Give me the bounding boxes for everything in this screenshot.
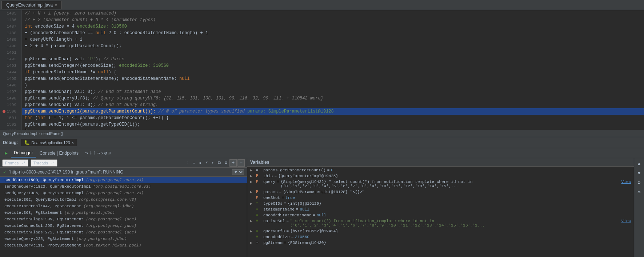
frame-item[interactable]: executeQuery:225, PgStatement (org.postg… — [0, 236, 247, 242]
var-type-icon: P — [256, 180, 262, 184]
var-view-link[interactable]: View — [621, 219, 631, 223]
copy-icon[interactable]: ⧉ — [216, 160, 223, 166]
var-value: {SimpleQuery@19422} " select count(*) fr… — [281, 180, 620, 188]
variable-item: ≡encodedStatementName = null — [247, 212, 634, 218]
frame-item[interactable]: executeWithFlags:309, PgStatement (org.p… — [0, 216, 247, 223]
thread-running: ✓ "http-nio-8080-exec-2"@17,190 in group… — [0, 168, 247, 177]
var-type-icon: ≡ — [256, 213, 262, 217]
debug-action-buttons: ↑ ↓ ⇕ ⚡ ✦ ⧉ ≡ + − — [185, 159, 245, 167]
evaluate-icon[interactable]: ⚡ — [101, 150, 104, 156]
thread-dropdown[interactable]: ▼ — [232, 169, 244, 175]
frame-item[interactable]: executeWithFlags:272, PgStatement (org.p… — [0, 229, 247, 236]
variable-item: ▶∞pgStream = {PGStream@19430} — [247, 240, 634, 246]
layout-icon[interactable]: ⊞ — [108, 150, 111, 156]
var-value: {QueryExecutorImpl@19425} — [278, 174, 338, 178]
run-to-cursor-icon[interactable]: ⇒ — [97, 150, 100, 156]
var-expand-arrow[interactable]: ▶ — [250, 190, 255, 194]
debug-bar: Debug: 🐛 DcamsApplication123 × — [0, 137, 644, 148]
tab-debugger[interactable]: Debugger — [11, 149, 36, 158]
code-lines: // + N + 1 (query, zero terminated) // +… — [22, 10, 644, 130]
variable-item: ▶≡nativeSql = " select count(*) from not… — [247, 218, 634, 228]
tab-console[interactable]: Console | Endpoints — [37, 149, 81, 157]
remove-button[interactable]: − — [237, 159, 245, 167]
gutter-line: 1491 — [0, 49, 19, 56]
gutter-line: 1502 — [0, 121, 19, 128]
side-filter-icon[interactable]: ∞ — [635, 188, 643, 196]
debug-session-tab[interactable]: 🐛 DcamsApplication123 × — [21, 139, 77, 146]
code-line: for (int i = 1; i <= params.getParameter… — [22, 115, 644, 121]
bottom-panel: ▶ Debugger Console | Endpoints ↷ ↓ ↑ ⇒ ⚡… — [0, 148, 644, 257]
var-equals: = — [313, 213, 315, 217]
var-value: {byte[310552]@19424} — [290, 229, 338, 233]
var-expand-arrow[interactable]: ▶ — [250, 168, 255, 172]
var-equals: = — [286, 229, 289, 233]
frame-item[interactable]: executeQuery:111, ProxyStatement (com.za… — [0, 242, 247, 249]
var-expand-arrow[interactable]: ▶ — [250, 174, 255, 178]
step-out-icon[interactable]: ↑ — [93, 150, 96, 156]
scroll-down-icon[interactable]: ▼ — [635, 169, 643, 177]
breadcrumb: QueryExecutorImpl › sendParse() — [0, 130, 644, 137]
step-over-icon[interactable]: ↷ — [85, 150, 88, 156]
settings-icon[interactable]: ⚙ — [104, 150, 107, 156]
frames-label: Frames →* — [5, 161, 25, 165]
var-expand-arrow[interactable]: ▶ — [250, 201, 255, 206]
var-type-icon: ≡ — [256, 229, 262, 233]
frame-item[interactable]: executeInternal:447, PgStatement (org.po… — [0, 203, 247, 209]
var-value: 0 — [331, 168, 333, 172]
side-toolbar: ▲ ▼ ⚙ ∞ — [634, 158, 644, 257]
var-value: {SimpleParameterList@19128} "<[]>" — [283, 190, 364, 194]
var-name: this — [263, 174, 273, 178]
var-expand-arrow[interactable]: ▶ — [250, 229, 255, 233]
scroll-bar-icon[interactable]: ⇕ — [197, 159, 203, 166]
tab-close-icon[interactable]: × — [55, 3, 57, 7]
right-panel: Variables ▶∞params.getParameterCount() =… — [247, 158, 634, 257]
code-line: // + N + 1 (query, zero terminated) — [22, 10, 644, 17]
var-equals: = — [274, 174, 277, 178]
up-arrow-icon[interactable]: ↑ — [185, 160, 191, 166]
file-tab-label: QueryExecutorImpl.java — [6, 3, 53, 8]
breadcrumb-class[interactable]: QueryExecutorImpl — [3, 131, 37, 136]
frame-item[interactable]: sendOneQuery:1823, QueryExecutorImpl (or… — [0, 183, 247, 190]
frame-item[interactable]: executeCachedSql:295, PgStatement (org.p… — [0, 223, 247, 229]
step-into-icon[interactable]: ↓ — [89, 150, 92, 156]
var-equals: = — [281, 196, 284, 200]
list-icon[interactable]: ≡ — [223, 160, 229, 166]
tab-bar: QueryExecutorImpl.java × — [0, 0, 644, 10]
var-expand-arrow[interactable]: ▶ — [250, 241, 255, 245]
variable-item: ▶≡typeOIDs = {int[0]@19129} — [247, 201, 634, 207]
code-line — [22, 49, 644, 56]
variable-item: ▶∞params.getParameterCount() = 0 — [247, 167, 634, 173]
var-expand-arrow[interactable]: ▶ — [250, 180, 255, 184]
export-icon[interactable]: ✦ — [210, 159, 216, 166]
add-button[interactable]: + — [229, 159, 237, 167]
filter-icon[interactable]: ⚡ — [204, 159, 209, 166]
breadcrumb-method[interactable]: sendParse() — [41, 131, 63, 136]
side-settings-icon[interactable]: ⚙ — [635, 179, 643, 187]
left-panel: Frames →* Threads →* ↑ ↓ ⇕ ⚡ ✦ ⧉ ≡ + − — [0, 158, 247, 257]
variable-item: PoneShot = true — [247, 195, 634, 201]
frames-button[interactable]: Frames →* — [2, 159, 28, 167]
var-expand-arrow[interactable]: ▶ — [250, 219, 255, 223]
down-arrow-icon[interactable]: ↓ — [191, 160, 197, 166]
debug-session-close[interactable]: × — [72, 140, 74, 145]
gutter-line: 1497 — [0, 89, 19, 95]
breakpoint-icon[interactable] — [3, 110, 5, 113]
file-tab-active[interactable]: QueryExecutorImpl.java × — [1, 1, 62, 9]
var-name: query — [263, 180, 275, 184]
frame-item[interactable]: execute:302, QueryExecutorImpl (org.post… — [0, 196, 247, 203]
code-line: + 2 + 4 * params.getParameterCount(); — [22, 43, 644, 49]
gutter-line: 1490 — [0, 43, 19, 49]
code-line: pgStream.sendChar( val: 0); // End of qu… — [22, 102, 644, 108]
threads-button[interactable]: Threads →* — [31, 159, 58, 167]
code-line: pgStream.sendInteger4(encodedSize); enco… — [22, 62, 644, 69]
var-value: " select count(*) from notification_temp… — [290, 219, 620, 228]
var-equals: = — [284, 241, 287, 245]
resume-icon[interactable]: ▶ — [2, 149, 10, 157]
frame-item[interactable]: sendQuery:1386, QueryExecutorImpl (org.p… — [0, 190, 247, 196]
code-line: pgStream.sendInteger2(params.getParamete… — [22, 108, 644, 115]
var-view-link[interactable]: View — [621, 180, 631, 184]
frame-item[interactable]: sendParse:1500, QueryExecutorImpl (org.p… — [0, 177, 247, 183]
variable-item: ▶Pquery = {SimpleQuery@19422} " select c… — [247, 179, 634, 189]
scroll-up-icon[interactable]: ▲ — [635, 160, 643, 168]
frame-item[interactable]: execute:368, PgStatement (org.postgresql… — [0, 209, 247, 216]
